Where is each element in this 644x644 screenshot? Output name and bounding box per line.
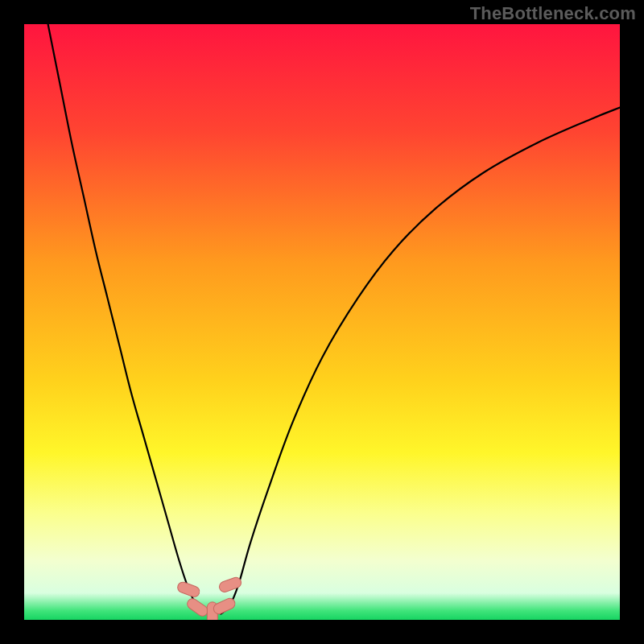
plot-area <box>24 24 620 620</box>
chart-outer-frame: TheBottleneck.com <box>0 0 644 644</box>
watermark-text: TheBottleneck.com <box>470 3 636 24</box>
chart-svg <box>24 24 620 620</box>
